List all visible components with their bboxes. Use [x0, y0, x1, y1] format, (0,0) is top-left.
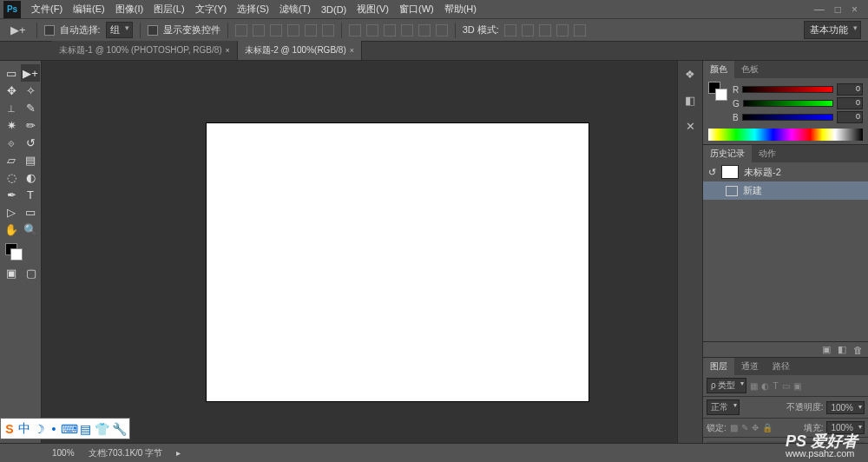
align-bottom-icon[interactable]	[270, 24, 282, 36]
document-tab-1[interactable]: 未标题-1 @ 100% (PHOTOSHOP, RGB/8) ×	[52, 41, 238, 60]
menu-help[interactable]: 帮助(H)	[439, 0, 482, 18]
distribute-vcenter-icon[interactable]	[366, 24, 378, 36]
close-icon[interactable]: ×	[226, 46, 230, 55]
healing-brush-tool[interactable]: ✷	[2, 116, 21, 134]
clone-stamp-tool[interactable]: ⟐	[2, 134, 21, 151]
menu-filter[interactable]: 滤镜(T)	[274, 0, 316, 18]
delete-state-icon[interactable]: 🗑	[853, 345, 863, 355]
align-vcenter-icon[interactable]	[253, 24, 265, 36]
show-transform-checkbox[interactable]	[148, 25, 158, 36]
menu-file[interactable]: 文件(F)	[26, 0, 68, 18]
menu-type[interactable]: 文字(Y)	[190, 0, 233, 18]
distribute-top-icon[interactable]	[349, 24, 361, 36]
menu-image[interactable]: 图像(I)	[110, 0, 148, 18]
align-right-icon[interactable]	[322, 24, 334, 36]
align-hcenter-icon[interactable]	[305, 24, 317, 36]
screenmode-toggle[interactable]: ▢	[23, 264, 40, 281]
lock-position-icon[interactable]: ✥	[752, 423, 759, 432]
lock-transparency-icon[interactable]: ▩	[730, 423, 738, 432]
window-maximize-button[interactable]: □	[835, 3, 841, 16]
b-slider[interactable]	[742, 114, 833, 121]
history-snapshot[interactable]: ↺ 未标题-2	[703, 162, 868, 182]
tab-channels[interactable]: 通道	[734, 358, 766, 375]
filter-adjust-icon[interactable]: ◐	[761, 381, 769, 391]
quickmask-toggle[interactable]: ▣	[3, 264, 20, 281]
window-close-button[interactable]: ×	[852, 3, 858, 16]
history-brush-tool[interactable]: ↺	[21, 134, 40, 151]
align-left-icon[interactable]	[287, 24, 299, 36]
dodge-tool[interactable]: ◐	[21, 168, 40, 186]
pen-tool[interactable]: ✒	[2, 186, 21, 203]
eraser-tool[interactable]: ▱	[2, 151, 21, 168]
tab-history[interactable]: 历史记录	[703, 145, 752, 162]
magic-wand-tool[interactable]: ✧	[21, 82, 40, 99]
r-value[interactable]: 0	[837, 83, 863, 96]
menu-select[interactable]: 选择(S)	[232, 0, 274, 18]
color-spectrum[interactable]	[708, 129, 863, 141]
tray-book-icon[interactable]: ▤	[80, 422, 91, 436]
autoselect-mode-select[interactable]: 组	[106, 22, 133, 38]
filter-shape-icon[interactable]: ▭	[782, 381, 790, 391]
distribute-hcenter-icon[interactable]	[418, 24, 431, 36]
document-tab-2[interactable]: 未标题-2 @ 100%(RGB/8) ×	[238, 41, 362, 60]
align-top-icon[interactable]	[235, 24, 247, 36]
menu-window[interactable]: 窗口(W)	[394, 0, 439, 18]
menu-3d[interactable]: 3D(D)	[316, 2, 352, 17]
tray-dot-icon[interactable]: •	[49, 422, 59, 436]
3d-roll-icon[interactable]	[522, 24, 534, 36]
tray-wrench-icon[interactable]: 🔧	[112, 422, 126, 436]
distribute-left-icon[interactable]	[401, 24, 413, 36]
filter-smart-icon[interactable]: ▣	[793, 381, 801, 391]
filter-pixel-icon[interactable]: ▦	[750, 381, 758, 391]
3d-rotate-icon[interactable]	[504, 24, 516, 36]
opacity-input[interactable]: 100%	[826, 401, 865, 414]
hand-tool[interactable]: ✋	[2, 221, 21, 238]
move-tool[interactable]: ▶+	[21, 64, 40, 82]
adjustments-strip-icon[interactable]: ◧	[682, 92, 698, 108]
menu-view[interactable]: 视图(V)	[352, 0, 394, 18]
blur-tool[interactable]: ◌	[2, 168, 21, 186]
tray-shirt-icon[interactable]: 👕	[95, 422, 108, 436]
window-minimize-button[interactable]: —	[814, 3, 825, 16]
tray-moon-icon[interactable]: ☽	[34, 422, 45, 436]
layer-filter-select[interactable]: ρ 类型	[707, 378, 746, 393]
tab-actions[interactable]: 动作	[752, 145, 783, 162]
gradient-tool[interactable]: ▤	[21, 151, 40, 168]
3d-pan-icon[interactable]	[539, 24, 551, 36]
close-icon[interactable]: ×	[350, 46, 354, 55]
color-strip-icon[interactable]: ❖	[682, 66, 698, 82]
menu-layer[interactable]: 图层(L)	[148, 0, 189, 18]
3d-scale-icon[interactable]	[574, 24, 586, 36]
status-chevron-icon[interactable]: ▸	[176, 448, 181, 458]
history-brush-source-icon[interactable]: ↺	[708, 167, 716, 178]
tab-layers[interactable]: 图层	[703, 358, 734, 375]
tab-swatches[interactable]: 色板	[734, 61, 766, 78]
eyedropper-tool[interactable]: ✎	[21, 99, 40, 116]
tray-ime-icon[interactable]: 中	[18, 422, 30, 436]
zoom-tool[interactable]: 🔍	[21, 221, 40, 238]
zoom-level[interactable]: 100%	[52, 448, 75, 458]
background-color-swatch[interactable]	[10, 248, 23, 261]
marquee-tool[interactable]: ▭	[2, 64, 21, 82]
lock-pixels-icon[interactable]: ✎	[741, 423, 748, 432]
tab-color[interactable]: 颜色	[703, 61, 734, 78]
blend-mode-select[interactable]: 正常	[707, 399, 740, 415]
workspace-switcher[interactable]: 基本功能	[804, 21, 861, 39]
autoselect-checkbox[interactable]	[44, 25, 55, 36]
3d-slide-icon[interactable]	[556, 24, 569, 36]
tray-s-icon[interactable]: S	[4, 422, 15, 436]
new-document-from-state-icon[interactable]: ▣	[822, 344, 831, 355]
distribute-bottom-icon[interactable]	[384, 24, 396, 36]
new-snapshot-icon[interactable]: ◧	[838, 344, 846, 355]
g-value[interactable]: 0	[837, 97, 863, 109]
history-step[interactable]: 新建	[703, 182, 868, 200]
g-slider[interactable]	[743, 100, 833, 107]
distribute-right-icon[interactable]	[436, 24, 448, 36]
shape-tool[interactable]: ▭	[21, 203, 40, 221]
lasso-tool[interactable]: ✥	[2, 82, 21, 99]
document-canvas[interactable]	[207, 123, 589, 401]
crop-tool[interactable]: ⟂	[2, 99, 21, 116]
menu-edit[interactable]: 编辑(E)	[68, 0, 110, 18]
b-value[interactable]: 0	[837, 111, 863, 123]
doc-info[interactable]: 文档:703.1K/0 字节	[89, 447, 163, 459]
